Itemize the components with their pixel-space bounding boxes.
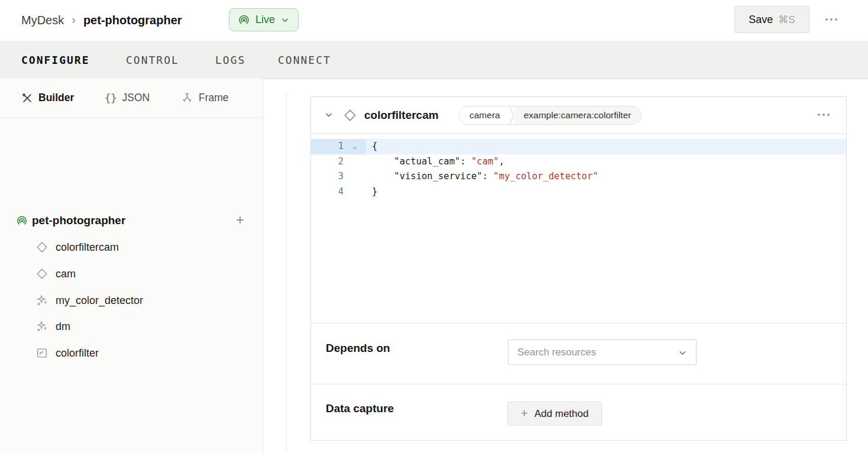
axis-frame-icon — [181, 92, 193, 104]
tab-configure[interactable]: CONFIGURE — [21, 41, 90, 79]
mode-json[interactable]: {} JSON — [105, 79, 150, 117]
sidebar-item-colorfilter[interactable]: colorfilter — [0, 340, 263, 366]
sidebar-item-my-color-detector[interactable]: my_color_detector — [0, 287, 263, 313]
sparkle-icon — [35, 294, 48, 309]
top-header: MyDesk › pet-photographer Live Save ⌘S — [0, 0, 868, 41]
code-line[interactable]: 4 } — [311, 185, 846, 200]
mode-frame[interactable]: Frame — [181, 79, 229, 117]
live-status-dropdown[interactable]: Live — [229, 8, 299, 31]
diamond-icon — [343, 108, 357, 125]
add-method-label: Add method — [535, 408, 589, 420]
breadcrumb: MyDesk › pet-photographer — [21, 0, 182, 41]
line-number: 3 — [311, 169, 344, 185]
plus-icon: + — [521, 407, 528, 419]
broadcast-machine-icon — [16, 215, 28, 226]
machine-tree-root: pet-photographer + — [0, 208, 263, 234]
tab-logs[interactable]: LOGS — [215, 41, 245, 79]
editor-gutter: 3 — [311, 169, 366, 185]
save-button-label: Save — [749, 14, 773, 26]
sidebar-item-cam[interactable]: cam — [0, 261, 263, 287]
sidebar-item-label: dm — [56, 313, 70, 339]
editor-gutter: 4 — [311, 185, 366, 200]
app-root: MyDesk › pet-photographer Live Save ⌘S — [0, 0, 868, 453]
editor-gutter: 1 ⌄ — [311, 139, 366, 154]
resource-type-label: camera — [459, 106, 509, 124]
square-step-icon — [35, 347, 48, 362]
depends-on-section: Depends on — [311, 323, 846, 384]
live-status-label: Live — [255, 14, 275, 26]
data-capture-label: Data capture — [326, 402, 394, 415]
breadcrumb-chevron-icon: › — [72, 13, 76, 27]
sidebar-item-label: my_color_detector — [56, 287, 143, 313]
configure-sidebar: Builder {} JSON Frame — [0, 79, 263, 453]
resource-card-menu-button[interactable] — [818, 114, 830, 116]
panel-divider — [286, 93, 287, 453]
data-capture-section: Data capture + Add method — [311, 384, 846, 441]
resource-title: colorfiltercam — [364, 97, 439, 133]
fold-chevron-icon[interactable]: ⌄ — [344, 139, 366, 154]
mode-frame-label: Frame — [199, 92, 229, 104]
editor-gutter: 2 — [311, 154, 366, 170]
curly-braces-icon: {} — [105, 92, 116, 104]
view-mode-switcher: Builder {} JSON Frame — [0, 79, 263, 118]
depends-on-label: Depends on — [326, 342, 390, 355]
save-shortcut-hint: ⌘S — [778, 14, 795, 26]
code-line[interactable]: 2 "actual_cam": "cam", — [311, 154, 846, 170]
depends-on-combobox[interactable] — [508, 339, 697, 365]
tab-control[interactable]: CONTROL — [126, 41, 179, 79]
sparkle-icon — [35, 320, 48, 335]
line-number: 2 — [311, 154, 344, 170]
broadcast-live-icon — [238, 14, 250, 26]
mode-builder-label: Builder — [38, 92, 74, 104]
line-number: 1 — [311, 139, 344, 154]
chevron-down-icon — [280, 15, 290, 25]
diamond-icon — [35, 241, 48, 256]
machine-tabbar: CONFIGURE CONTROL LOGS CONNECT — [0, 41, 868, 79]
mode-builder[interactable]: Builder — [21, 79, 74, 117]
add-component-button[interactable]: + — [232, 212, 248, 228]
header-overflow-menu-button[interactable] — [825, 18, 837, 21]
collapse-chevron-icon[interactable] — [323, 109, 335, 123]
search-resources-input[interactable] — [509, 340, 696, 364]
resource-card-header: colorfiltercam camera example:camera:col… — [311, 97, 846, 134]
resource-model-label: example:camera:colorfilter — [515, 106, 642, 124]
sidebar-item-label: colorfilter — [56, 340, 99, 366]
sidebar-item-colorfiltercam[interactable]: colorfiltercam — [0, 234, 263, 260]
code-line[interactable]: 1 ⌄ { — [311, 139, 846, 154]
save-button[interactable]: Save ⌘S — [734, 6, 809, 33]
attributes-json-editor[interactable]: 1 ⌄ { 2 "actual_cam": "cam", 3 — [311, 133, 846, 323]
breadcrumb-org-link[interactable]: MyDesk — [21, 14, 64, 27]
line-number: 4 — [311, 185, 344, 200]
resource-card-colorfiltercam: colorfiltercam camera example:camera:col… — [310, 96, 847, 441]
diamond-icon — [35, 267, 48, 283]
sidebar-item-label: colorfiltercam — [56, 234, 119, 260]
badge-divider-icon — [509, 106, 515, 124]
add-method-button[interactable]: + Add method — [507, 402, 602, 426]
mode-json-label: JSON — [122, 92, 150, 104]
code-line[interactable]: 3 "vision_service": "my_color_detector" — [311, 169, 846, 185]
tab-connect[interactable]: CONNECT — [278, 41, 331, 79]
sidebar-item-dm[interactable]: dm — [0, 313, 263, 339]
machine-tree-name: pet-photographer — [32, 208, 125, 234]
resource-type-badge: camera example:camera:colorfilter — [459, 106, 642, 125]
sidebar-item-label: cam — [56, 261, 76, 287]
crossed-tools-icon — [21, 92, 33, 104]
breadcrumb-machine-name[interactable]: pet-photographer — [83, 14, 182, 27]
